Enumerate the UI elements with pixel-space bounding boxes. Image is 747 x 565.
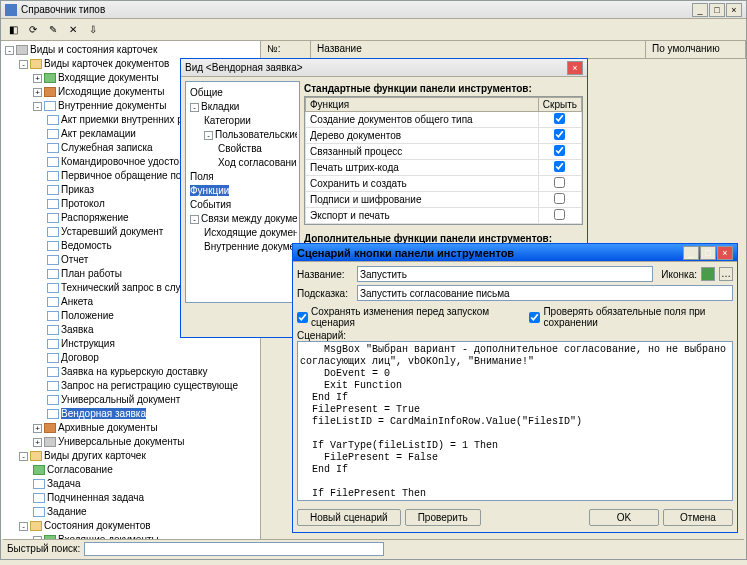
tree-item[interactable]: Устаревший документ (61, 226, 163, 237)
tree-item[interactable]: Связи между документами (201, 213, 297, 224)
tree-toggle[interactable]: + (33, 424, 42, 433)
tree-item[interactable]: Универсальные документы (58, 436, 185, 447)
tree-item[interactable]: План работы (61, 268, 122, 279)
name-input[interactable] (357, 266, 653, 282)
tree-item[interactable]: Общие (190, 87, 223, 98)
tree-toggle[interactable]: - (19, 60, 28, 69)
hide-checkbox[interactable] (554, 145, 565, 156)
tree-toggle[interactable]: - (19, 452, 28, 461)
tree-root[interactable]: Виды и состояния карточек (30, 44, 157, 55)
hide-checkbox[interactable] (554, 113, 565, 124)
tree-item[interactable]: Ход согласования (218, 157, 297, 168)
tree-item-selected[interactable]: Функции (190, 185, 229, 196)
tree-item[interactable]: Поля (190, 171, 214, 182)
search-input[interactable] (84, 542, 384, 556)
new-scenario-button[interactable]: Новый сценарий (297, 509, 401, 526)
tree-toggle[interactable]: - (19, 522, 28, 531)
toolbar-btn-4[interactable]: ✕ (65, 22, 81, 38)
tree-toggle[interactable]: - (5, 46, 14, 55)
tree-item[interactable]: Задание (47, 506, 87, 517)
tree-item[interactable]: Внутренние документы (204, 241, 297, 252)
tree-item[interactable]: Подчиненная задача (47, 492, 144, 503)
tree-toggle[interactable]: - (33, 102, 42, 111)
tree-item[interactable]: Входящие документы (58, 72, 159, 83)
code-editor[interactable]: MsgBox "Выбран вариант - дополнительное … (297, 341, 733, 501)
col-name[interactable]: Название (311, 41, 646, 58)
table-cell[interactable]: Связанный процесс (306, 144, 539, 160)
icon-preview[interactable] (701, 267, 715, 281)
tree-toggle[interactable]: + (33, 438, 42, 447)
toolbar-btn-1[interactable]: ◧ (5, 22, 21, 38)
maximize-button[interactable]: □ (709, 3, 725, 17)
cancel-button[interactable]: Отмена (663, 509, 733, 526)
table-cell[interactable]: Печать штрих-кода (306, 160, 539, 176)
minimize-button[interactable]: _ (692, 3, 708, 17)
tree-item[interactable]: Виды других карточек (44, 450, 146, 461)
toolbar-btn-2[interactable]: ⟳ (25, 22, 41, 38)
hide-checkbox[interactable] (554, 193, 565, 204)
tree-item[interactable]: События (190, 199, 231, 210)
tree-item[interactable]: Вендорная заявка (61, 408, 146, 419)
tree-toggle[interactable]: - (190, 215, 199, 224)
tree-item[interactable]: Категории (204, 115, 251, 126)
tree-item[interactable]: Универсальный документ (61, 394, 180, 405)
tree-item[interactable]: Отчет (61, 254, 88, 265)
tree-item[interactable]: Инструкция (61, 338, 115, 349)
toolbar-btn-3[interactable]: ✎ (45, 22, 61, 38)
tree-item[interactable]: Приказ (61, 184, 94, 195)
tree-item[interactable]: Договор (61, 352, 99, 363)
tree-toggle[interactable]: + (33, 88, 42, 97)
tree-item[interactable]: Запрос на регистрацию существующе (61, 380, 238, 391)
table-cell[interactable]: Подписи и шифрование (306, 192, 539, 208)
tree-item[interactable]: Служебная записка (61, 142, 153, 153)
hide-checkbox[interactable] (554, 161, 565, 172)
tree-item[interactable]: Свойства (218, 143, 262, 154)
table-cell[interactable]: Создание документов общего типа (306, 112, 539, 128)
view-dialog-close[interactable]: × (567, 61, 583, 75)
close-button[interactable]: × (726, 3, 742, 17)
tree-toggle[interactable]: - (190, 103, 199, 112)
tree-toggle[interactable]: - (204, 131, 213, 140)
tree-item[interactable]: Состояния документов (44, 520, 151, 531)
tree-item[interactable]: Задача (47, 478, 81, 489)
tree-item[interactable]: Согласование (47, 464, 113, 475)
maximize-button[interactable]: □ (700, 246, 716, 260)
col-hide[interactable]: Скрыть (538, 98, 581, 112)
tree-item[interactable]: Заявка (61, 324, 94, 335)
col-default[interactable]: По умолчанию (646, 41, 746, 58)
tree-item[interactable]: Анкета (61, 296, 93, 307)
tree-item[interactable]: Вкладки (201, 101, 239, 112)
hide-checkbox[interactable] (554, 129, 565, 140)
tree-item[interactable]: Акт рекламации (61, 128, 136, 139)
tree-item[interactable]: Исходящие документы (58, 86, 164, 97)
tree-item[interactable]: Виды карточек документов (44, 58, 169, 69)
tree-toggle[interactable]: + (33, 74, 42, 83)
table-cell[interactable]: Сохранить и создать (306, 176, 539, 192)
tree-item[interactable]: Ведомость (61, 240, 112, 251)
tree-item[interactable]: Архивные документы (58, 422, 158, 433)
hint-input[interactable] (357, 285, 733, 301)
chk-save-before-box[interactable] (297, 312, 308, 323)
hide-checkbox[interactable] (554, 177, 565, 188)
hide-checkbox[interactable] (554, 209, 565, 220)
tree-item[interactable]: Заявка на курьерскую доставку (61, 366, 207, 377)
col-function[interactable]: Функция (306, 98, 539, 112)
tree-item[interactable]: Распоряжение (61, 212, 129, 223)
col-no[interactable]: №: (261, 41, 311, 58)
tree-item[interactable]: Положение (61, 310, 114, 321)
tree-item[interactable]: Пользовательские вкладки (215, 129, 297, 140)
chk-validate[interactable]: Проверять обязательные поля при сохранен… (529, 306, 733, 328)
chk-save-before[interactable]: Сохранять изменения перед запуском сцена… (297, 306, 505, 328)
icon-browse[interactable]: … (719, 267, 733, 281)
toolbar-btn-5[interactable]: ⇩ (85, 22, 101, 38)
table-cell[interactable]: Экспорт и печать (306, 208, 539, 224)
chk-validate-box[interactable] (529, 312, 540, 323)
table-cell[interactable]: Дерево документов (306, 128, 539, 144)
close-button[interactable]: × (717, 246, 733, 260)
tree-item[interactable]: Протокол (61, 198, 105, 209)
ok-button[interactable]: OK (589, 509, 659, 526)
minimize-button[interactable]: _ (683, 246, 699, 260)
tree-item[interactable]: Внутренние документы (58, 100, 166, 111)
view-dialog-tree[interactable]: Общие -Вкладки Категории -Пользовательск… (185, 81, 300, 303)
tree-item[interactable]: Исходящие документы (204, 227, 297, 238)
